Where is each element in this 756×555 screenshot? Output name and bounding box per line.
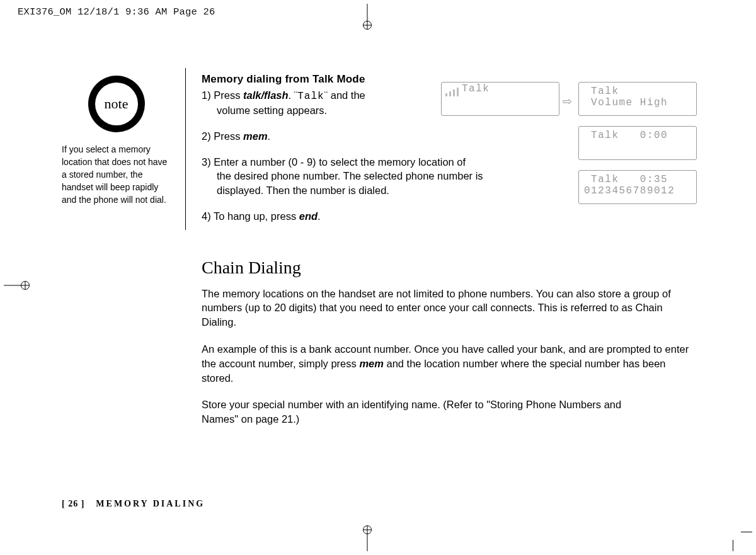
column-divider [185,68,186,230]
paragraph: The memory locations on the handset are … [202,287,693,329]
step-3: 3) Enter a number (0 - 9) to select the … [202,155,693,198]
key-label: mem [243,130,268,142]
step-number: 1) [202,89,214,101]
manual-page: EXI376_OM 12/18/1 9:36 AM Page 26 note I… [0,0,756,555]
step-number: 2) [202,130,214,142]
step-text: Enter a number (0 - 9) to select the mem… [214,156,466,168]
page-number: [ 26 ] [62,499,84,508]
crop-tick [733,540,733,551]
step-text: Press [214,130,243,142]
step-text: Press [214,89,243,101]
step-number: 3) [202,156,214,168]
step-text: and the [328,89,365,101]
crop-tick [741,532,752,532]
step-text: . [289,89,294,101]
registration-mark-left [4,276,29,295]
step-1: 1) Press talk/flash. ¨Talk¨ and the volu… [202,88,693,118]
heading-chain-dialing: Chain Dialing [202,258,693,278]
paragraph: An example of this is a bank account num… [202,342,693,385]
step-text: To hang up, press [214,210,299,222]
step-2: 2) Press mem. [202,129,693,144]
key-label: end [299,210,318,222]
step-number: 4) [202,210,214,222]
margin-note: note If you select a memory location tha… [62,76,171,206]
key-label: mem [359,358,384,369]
section-title: MEMORY DIALING [96,499,205,508]
paragraph: Store your special number with an identi… [202,398,655,426]
note-badge-label: note [95,83,138,125]
note-badge: note [88,76,145,132]
prepress-slug: EXI376_OM 12/18/1 9:36 AM Page 26 [18,6,215,18]
subheading: Memory dialing from Talk Mode [202,73,693,86]
registration-mark-bottom [358,526,377,551]
registration-mark-top [358,4,377,29]
step-text: volume setting appears. [202,103,693,118]
step-text: . [318,210,321,222]
step-list: 1) Press talk/flash. ¨Talk¨ and the volu… [202,88,693,224]
lcd-word: Talk [297,91,324,102]
step-4: 4) To hang up, press end. [202,209,693,224]
step-text: displayed. Then the number is dialed. [202,183,693,198]
page-footer: [ 26 ] MEMORY DIALING [62,498,205,509]
step-text: the desired phone number. The selected p… [202,169,693,183]
key-label: talk/flash [243,89,289,101]
step-text: . [268,130,271,142]
main-column: Memory dialing from Talk Mode 1) Press t… [202,73,693,439]
note-text: If you select a memory location that doe… [62,144,171,206]
